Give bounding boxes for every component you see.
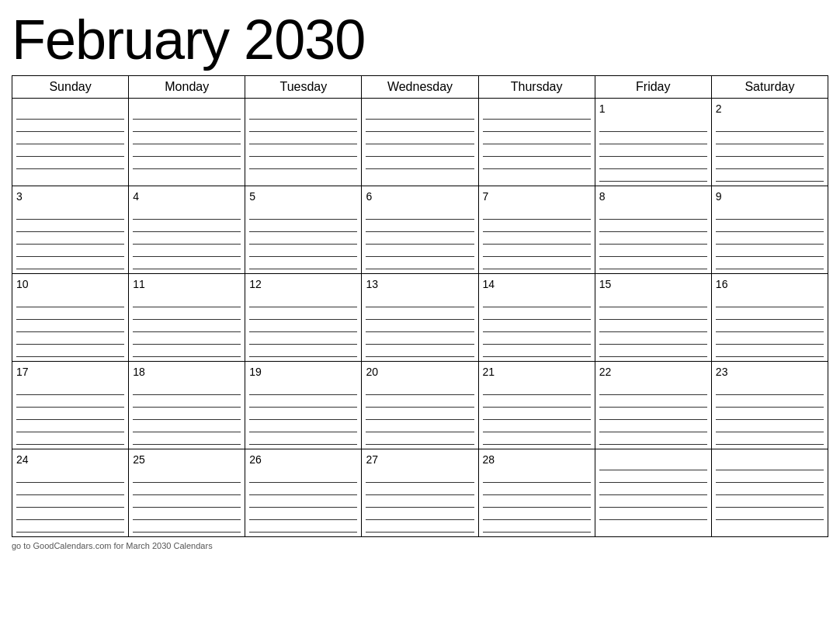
write-line — [599, 120, 707, 132]
write-line — [249, 245, 357, 257]
write-line — [366, 520, 474, 533]
calendar-cell — [12, 99, 129, 186]
write-lines — [716, 207, 824, 269]
write-line — [366, 470, 474, 483]
page-title: February 2030 — [12, 8, 828, 71]
calendar-cell: 6 — [362, 186, 478, 274]
write-line — [716, 245, 824, 257]
write-line — [249, 345, 357, 357]
write-line — [599, 495, 707, 508]
write-line — [249, 132, 357, 144]
write-lines — [599, 120, 707, 182]
date-number: 11 — [133, 278, 241, 290]
write-line — [16, 257, 124, 269]
write-line — [366, 332, 474, 345]
write-line — [249, 144, 357, 157]
write-line — [16, 383, 124, 395]
write-line — [716, 495, 824, 508]
calendar-cell: 7 — [479, 186, 595, 274]
write-line — [16, 420, 124, 432]
write-line — [16, 520, 124, 533]
write-line — [133, 257, 241, 269]
write-line — [16, 132, 124, 144]
day-header-wednesday: Wednesday — [362, 76, 478, 99]
write-line — [483, 157, 591, 169]
write-line — [599, 257, 707, 269]
write-lines — [249, 383, 357, 445]
write-line — [249, 307, 357, 320]
write-lines — [599, 295, 707, 357]
write-line — [16, 245, 124, 257]
day-headers: SundayMondayTuesdayWednesdayThursdayFrid… — [12, 75, 828, 99]
write-line — [716, 120, 824, 132]
write-line — [716, 257, 824, 269]
date-number: 27 — [366, 453, 474, 466]
write-line — [366, 157, 474, 169]
calendar-cell: 1 — [595, 99, 712, 186]
write-line — [716, 332, 824, 345]
write-line — [599, 132, 707, 144]
date-number: 3 — [16, 190, 124, 203]
write-line — [249, 107, 357, 120]
write-lines — [716, 458, 824, 520]
calendar-cell — [129, 99, 245, 186]
write-line — [133, 395, 241, 408]
calendar-cell: 15 — [595, 274, 712, 362]
write-line — [249, 420, 357, 432]
write-line — [716, 295, 824, 307]
write-line — [716, 432, 824, 445]
write-lines — [716, 120, 824, 182]
write-line — [366, 232, 474, 245]
calendar-cell: 4 — [129, 186, 245, 274]
write-line — [483, 257, 591, 269]
write-line — [366, 420, 474, 432]
write-line — [366, 207, 474, 220]
write-line — [483, 320, 591, 332]
write-line — [133, 144, 241, 157]
write-line — [16, 395, 124, 408]
write-line — [16, 107, 124, 120]
write-line — [133, 232, 241, 245]
date-number: 9 — [716, 190, 824, 203]
write-line — [599, 320, 707, 332]
calendar-cell: 10 — [12, 274, 129, 362]
write-line — [483, 520, 591, 533]
write-lines — [366, 107, 474, 169]
write-line — [716, 345, 824, 357]
write-line — [366, 345, 474, 357]
write-line — [249, 295, 357, 307]
write-line — [366, 220, 474, 232]
write-line — [716, 207, 824, 220]
write-line — [599, 307, 707, 320]
footer-text: go to GoodCalendars.com for March 2030 C… — [12, 541, 828, 550]
write-line — [133, 107, 241, 120]
write-line — [133, 132, 241, 144]
date-number: 8 — [599, 190, 707, 203]
day-header-sunday: Sunday — [12, 76, 129, 99]
calendar-cell: 20 — [362, 362, 478, 449]
write-line — [366, 432, 474, 445]
write-line — [16, 483, 124, 495]
calendar-cell: 12 — [245, 274, 362, 362]
calendar-cell: 14 — [479, 274, 595, 362]
write-lines — [599, 458, 707, 520]
write-line — [483, 232, 591, 245]
date-number: 19 — [249, 366, 357, 378]
write-lines — [716, 295, 824, 357]
write-line — [599, 383, 707, 395]
write-line — [716, 232, 824, 245]
write-line — [249, 408, 357, 420]
write-line — [249, 432, 357, 445]
write-line — [599, 232, 707, 245]
write-line — [483, 483, 591, 495]
write-line — [599, 458, 707, 470]
write-line — [599, 144, 707, 157]
write-line — [716, 408, 824, 420]
write-line — [483, 245, 591, 257]
write-line — [599, 483, 707, 495]
write-line — [133, 320, 241, 332]
date-number: 7 — [483, 190, 591, 203]
write-line — [716, 458, 824, 470]
write-line — [599, 345, 707, 357]
date-number: 14 — [483, 278, 591, 290]
